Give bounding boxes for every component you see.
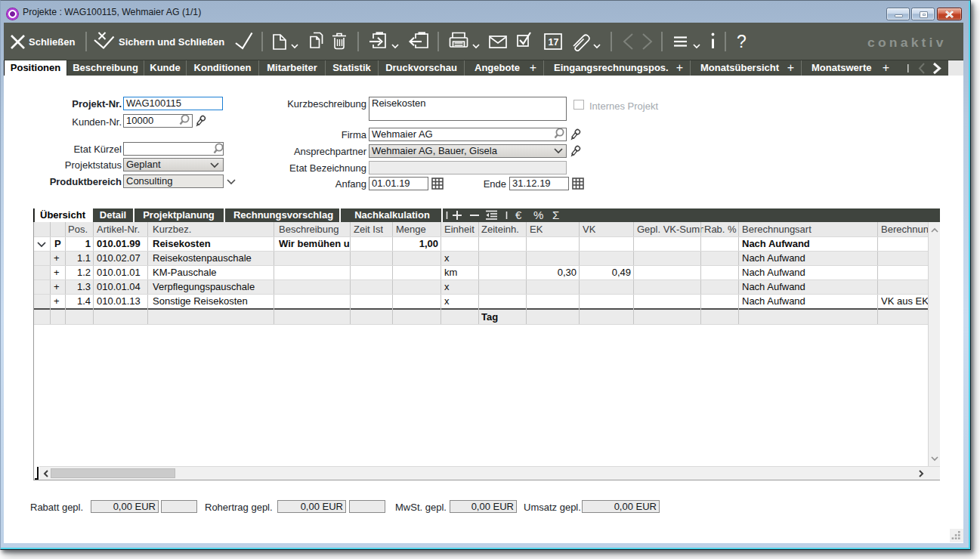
svg-text:Σ: Σ: [552, 208, 559, 221]
svg-text:%: %: [533, 208, 543, 221]
svg-text:€: €: [515, 208, 522, 221]
svg-text:?: ?: [737, 32, 747, 51]
svg-text:17: 17: [549, 37, 559, 48]
